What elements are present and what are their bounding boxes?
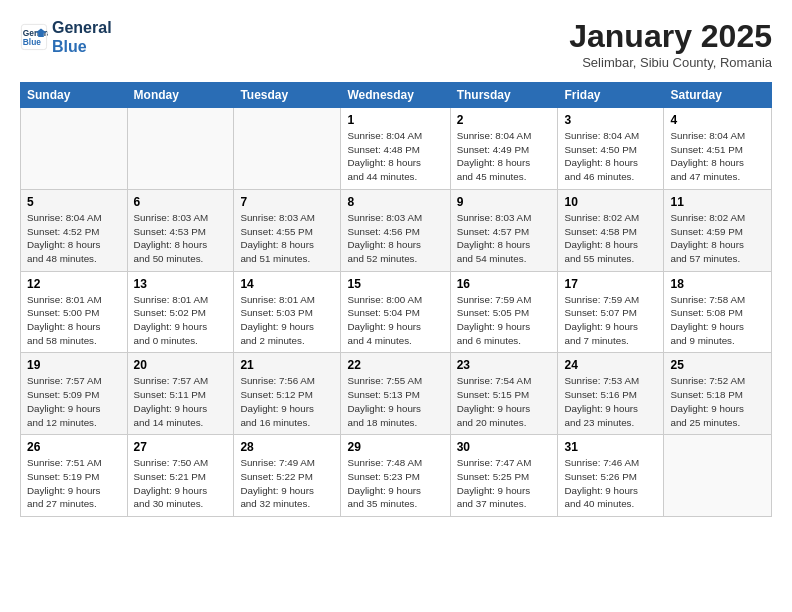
day-number: 17 [564,277,657,291]
calendar-cell: 17Sunrise: 7:59 AM Sunset: 5:07 PM Dayli… [558,271,664,353]
calendar-cell: 23Sunrise: 7:54 AM Sunset: 5:15 PM Dayli… [450,353,558,435]
calendar-cell: 15Sunrise: 8:00 AM Sunset: 5:04 PM Dayli… [341,271,450,353]
day-info: Sunrise: 7:47 AM Sunset: 5:25 PM Dayligh… [457,456,552,511]
calendar-cell: 28Sunrise: 7:49 AM Sunset: 5:22 PM Dayli… [234,435,341,517]
day-number: 8 [347,195,443,209]
day-info: Sunrise: 8:02 AM Sunset: 4:58 PM Dayligh… [564,211,657,266]
calendar-cell: 10Sunrise: 8:02 AM Sunset: 4:58 PM Dayli… [558,189,664,271]
day-info: Sunrise: 7:51 AM Sunset: 5:19 PM Dayligh… [27,456,121,511]
calendar-cell: 8Sunrise: 8:03 AM Sunset: 4:56 PM Daylig… [341,189,450,271]
calendar-cell: 1Sunrise: 8:04 AM Sunset: 4:48 PM Daylig… [341,108,450,190]
day-number: 15 [347,277,443,291]
logo-line1: General [52,18,112,37]
header-row: Sunday Monday Tuesday Wednesday Thursday… [21,83,772,108]
day-number: 27 [134,440,228,454]
day-info: Sunrise: 7:56 AM Sunset: 5:12 PM Dayligh… [240,374,334,429]
calendar-cell: 25Sunrise: 7:52 AM Sunset: 5:18 PM Dayli… [664,353,772,435]
calendar-cell: 13Sunrise: 8:01 AM Sunset: 5:02 PM Dayli… [127,271,234,353]
day-info: Sunrise: 8:03 AM Sunset: 4:56 PM Dayligh… [347,211,443,266]
calendar-week-3: 12Sunrise: 8:01 AM Sunset: 5:00 PM Dayli… [21,271,772,353]
day-number: 7 [240,195,334,209]
calendar-cell: 7Sunrise: 8:03 AM Sunset: 4:55 PM Daylig… [234,189,341,271]
calendar-cell: 27Sunrise: 7:50 AM Sunset: 5:21 PM Dayli… [127,435,234,517]
day-info: Sunrise: 7:55 AM Sunset: 5:13 PM Dayligh… [347,374,443,429]
calendar-cell: 11Sunrise: 8:02 AM Sunset: 4:59 PM Dayli… [664,189,772,271]
day-number: 20 [134,358,228,372]
day-number: 11 [670,195,765,209]
day-info: Sunrise: 7:50 AM Sunset: 5:21 PM Dayligh… [134,456,228,511]
day-number: 6 [134,195,228,209]
day-number: 10 [564,195,657,209]
day-number: 1 [347,113,443,127]
day-info: Sunrise: 8:03 AM Sunset: 4:57 PM Dayligh… [457,211,552,266]
calendar-cell: 24Sunrise: 7:53 AM Sunset: 5:16 PM Dayli… [558,353,664,435]
logo-line2: Blue [52,37,112,56]
calendar-cell: 16Sunrise: 7:59 AM Sunset: 5:05 PM Dayli… [450,271,558,353]
day-info: Sunrise: 7:46 AM Sunset: 5:26 PM Dayligh… [564,456,657,511]
calendar-week-5: 26Sunrise: 7:51 AM Sunset: 5:19 PM Dayli… [21,435,772,517]
calendar-cell: 30Sunrise: 7:47 AM Sunset: 5:25 PM Dayli… [450,435,558,517]
calendar-cell: 26Sunrise: 7:51 AM Sunset: 5:19 PM Dayli… [21,435,128,517]
calendar-cell [664,435,772,517]
day-number: 31 [564,440,657,454]
day-info: Sunrise: 7:54 AM Sunset: 5:15 PM Dayligh… [457,374,552,429]
svg-text:Blue: Blue [23,38,41,48]
day-info: Sunrise: 8:04 AM Sunset: 4:51 PM Dayligh… [670,129,765,184]
col-saturday: Saturday [664,83,772,108]
day-number: 29 [347,440,443,454]
day-info: Sunrise: 7:53 AM Sunset: 5:16 PM Dayligh… [564,374,657,429]
day-number: 14 [240,277,334,291]
day-info: Sunrise: 8:01 AM Sunset: 5:02 PM Dayligh… [134,293,228,348]
day-number: 24 [564,358,657,372]
day-info: Sunrise: 7:59 AM Sunset: 5:07 PM Dayligh… [564,293,657,348]
day-number: 9 [457,195,552,209]
day-info: Sunrise: 7:59 AM Sunset: 5:05 PM Dayligh… [457,293,552,348]
day-number: 13 [134,277,228,291]
day-info: Sunrise: 8:03 AM Sunset: 4:53 PM Dayligh… [134,211,228,266]
day-number: 23 [457,358,552,372]
day-info: Sunrise: 8:03 AM Sunset: 4:55 PM Dayligh… [240,211,334,266]
day-number: 18 [670,277,765,291]
calendar-cell: 2Sunrise: 8:04 AM Sunset: 4:49 PM Daylig… [450,108,558,190]
calendar-cell: 5Sunrise: 8:04 AM Sunset: 4:52 PM Daylig… [21,189,128,271]
day-info: Sunrise: 8:00 AM Sunset: 5:04 PM Dayligh… [347,293,443,348]
day-info: Sunrise: 8:01 AM Sunset: 5:03 PM Dayligh… [240,293,334,348]
calendar-cell [127,108,234,190]
day-number: 22 [347,358,443,372]
calendar-table: Sunday Monday Tuesday Wednesday Thursday… [20,82,772,517]
calendar-cell: 19Sunrise: 7:57 AM Sunset: 5:09 PM Dayli… [21,353,128,435]
day-info: Sunrise: 8:01 AM Sunset: 5:00 PM Dayligh… [27,293,121,348]
day-info: Sunrise: 8:02 AM Sunset: 4:59 PM Dayligh… [670,211,765,266]
calendar-week-2: 5Sunrise: 8:04 AM Sunset: 4:52 PM Daylig… [21,189,772,271]
day-info: Sunrise: 7:48 AM Sunset: 5:23 PM Dayligh… [347,456,443,511]
day-info: Sunrise: 8:04 AM Sunset: 4:52 PM Dayligh… [27,211,121,266]
calendar-cell [21,108,128,190]
day-info: Sunrise: 7:57 AM Sunset: 5:09 PM Dayligh… [27,374,121,429]
calendar-cell: 14Sunrise: 8:01 AM Sunset: 5:03 PM Dayli… [234,271,341,353]
page-header: General Blue General Blue January 2025 S… [20,18,772,70]
calendar-cell: 4Sunrise: 8:04 AM Sunset: 4:51 PM Daylig… [664,108,772,190]
col-friday: Friday [558,83,664,108]
day-info: Sunrise: 8:04 AM Sunset: 4:50 PM Dayligh… [564,129,657,184]
calendar-cell: 31Sunrise: 7:46 AM Sunset: 5:26 PM Dayli… [558,435,664,517]
calendar-cell: 22Sunrise: 7:55 AM Sunset: 5:13 PM Dayli… [341,353,450,435]
location-subtitle: Selimbar, Sibiu County, Romania [569,55,772,70]
col-monday: Monday [127,83,234,108]
calendar-cell: 12Sunrise: 8:01 AM Sunset: 5:00 PM Dayli… [21,271,128,353]
day-info: Sunrise: 7:58 AM Sunset: 5:08 PM Dayligh… [670,293,765,348]
col-wednesday: Wednesday [341,83,450,108]
month-title: January 2025 [569,18,772,55]
logo: General Blue General Blue [20,18,112,56]
day-number: 19 [27,358,121,372]
day-number: 2 [457,113,552,127]
calendar-cell: 3Sunrise: 8:04 AM Sunset: 4:50 PM Daylig… [558,108,664,190]
calendar-cell [234,108,341,190]
day-info: Sunrise: 8:04 AM Sunset: 4:48 PM Dayligh… [347,129,443,184]
day-number: 12 [27,277,121,291]
day-number: 25 [670,358,765,372]
day-info: Sunrise: 7:57 AM Sunset: 5:11 PM Dayligh… [134,374,228,429]
logo-icon: General Blue [20,23,48,51]
day-number: 5 [27,195,121,209]
day-number: 4 [670,113,765,127]
day-info: Sunrise: 7:52 AM Sunset: 5:18 PM Dayligh… [670,374,765,429]
